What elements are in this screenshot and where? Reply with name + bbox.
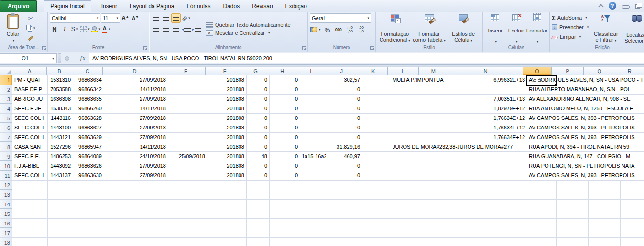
cell-C5[interactable]: 96863628	[73, 114, 103, 123]
cell-G3[interactable]: 0	[247, 95, 269, 104]
bold-button[interactable]: N	[50, 24, 59, 34]
row-header-11[interactable]: 11	[0, 171, 12, 180]
row-header-12[interactable]: 12	[0, 181, 12, 190]
cell-styles-button[interactable]: Estilos deCélula▾	[446, 13, 480, 44]
cell-D8[interactable]: 14/11/2018	[104, 142, 167, 151]
format-cells-button[interactable]: Formatar▾	[526, 13, 547, 44]
font-name-combo[interactable]: Calibri▾	[50, 13, 100, 23]
cell-O8[interactable]: RUA APODI, N, 394 - TIROL NATAL RN 59	[527, 142, 644, 151]
column-header-H[interactable]: H	[267, 67, 298, 75]
cut-button[interactable]: ✂	[26, 13, 36, 23]
column-header-O[interactable]: O	[523, 67, 552, 75]
percent-style-button[interactable]: %	[323, 25, 332, 34]
cell-J4[interactable]: 0	[327, 104, 361, 113]
middle-align-button[interactable]	[161, 13, 171, 23]
cell-H8[interactable]: 0	[270, 142, 299, 151]
cell-O7[interactable]: AV CAMPOS SALES, N, 393 - PETROPOLIS	[527, 133, 644, 142]
tab-layout-da-pagina[interactable]: Layout da Página	[123, 1, 180, 12]
column-header-M[interactable]: M	[419, 67, 449, 75]
column-header-C[interactable]: C	[72, 67, 103, 75]
column-header-L[interactable]: L	[388, 67, 419, 75]
cell-G6[interactable]: 0	[247, 123, 269, 132]
row-header-3[interactable]: 3	[0, 95, 12, 104]
row-header-4[interactable]: 4	[0, 104, 12, 113]
column-header-R[interactable]: R	[615, 67, 644, 75]
cell-F7[interactable]: 201808	[207, 133, 246, 142]
delete-cells-button[interactable]: Excluir▾	[506, 13, 527, 44]
cell-J8[interactable]: 31.829,16	[327, 142, 361, 151]
insert-function-icon[interactable]: ƒx	[80, 55, 85, 62]
increase-decimal-button[interactable]: ←,0,00	[345, 25, 354, 34]
cell-G4[interactable]: 0	[247, 104, 269, 113]
column-header-F[interactable]: F	[206, 67, 244, 75]
font-dialog-launcher-icon[interactable]	[143, 46, 147, 50]
format-painter-button[interactable]	[26, 33, 36, 43]
cell-J6[interactable]: 0	[327, 123, 361, 132]
tab-revisao[interactable]: Revisão	[246, 1, 279, 12]
tab-pagina-inicial[interactable]: Página Inicial	[44, 0, 91, 12]
cell-A10[interactable]: F.J.A-BIBL	[13, 161, 47, 171]
row-header-10[interactable]: 10	[0, 161, 12, 171]
tab-exibicao[interactable]: Exibição	[279, 1, 313, 12]
autosum-button[interactable]: ΣAutoSoma▾	[552, 13, 589, 22]
cell-A11[interactable]: SEEC COL I	[13, 171, 47, 180]
row-header-1[interactable]: 1	[0, 75, 12, 85]
cell-B3[interactable]: 1636308	[48, 95, 72, 104]
cell-F11[interactable]: 201808	[207, 171, 246, 180]
cell-O3[interactable]: AV ALEXANDRINO ALENCAR, N, 908 - SE	[527, 95, 644, 104]
insert-cells-button[interactable]: Inserir▾	[485, 13, 506, 44]
cell-G11[interactable]: 0	[247, 171, 269, 180]
cell-H2[interactable]: 0	[270, 85, 299, 94]
cell-G1[interactable]: 0	[247, 75, 269, 85]
row-header-14[interactable]: 14	[0, 200, 12, 209]
number-format-combo[interactable]: Geral▾	[310, 13, 371, 23]
column-header-J[interactable]: J	[324, 67, 359, 75]
comma-style-button[interactable]: 000	[334, 25, 343, 34]
cell-B10[interactable]: 1443092	[48, 161, 72, 171]
cell-H9[interactable]: 0	[270, 152, 299, 161]
number-dialog-launcher-icon[interactable]	[370, 46, 374, 50]
cell-C7[interactable]: 96863629	[73, 133, 103, 142]
fill-color-button[interactable]: ▾	[91, 24, 101, 34]
cell-O4[interactable]: RUA ANTONIO MELO, N, 1250 - ESCOLA E	[527, 104, 644, 113]
cell-H1[interactable]: 0	[270, 75, 299, 85]
row-header-2[interactable]: 2	[0, 85, 12, 94]
name-box-dropdown-icon[interactable]: ▼	[50, 53, 57, 63]
cell-F9[interactable]: 201808	[207, 152, 246, 161]
underline-button[interactable]: S▾	[70, 24, 79, 34]
cell-F6[interactable]: 201808	[207, 123, 246, 132]
cell-G7[interactable]: 0	[247, 133, 269, 142]
bottom-align-button[interactable]	[171, 13, 181, 23]
column-header-P[interactable]: P	[552, 67, 584, 75]
cell-N4[interactable]: 1,82979E+12	[452, 104, 526, 113]
formula-input[interactable]: AV RODRIGUES ALVES, N, SN - USA POCO - T…	[89, 53, 644, 63]
row-header-5[interactable]: 5	[0, 114, 12, 123]
cell-H5[interactable]: 0	[270, 114, 299, 123]
cell-F1[interactable]: 201808	[207, 75, 246, 85]
select-all-corner[interactable]	[0, 67, 12, 75]
cell-C2[interactable]: 96866342	[73, 85, 103, 94]
cell-C9[interactable]: 96864089	[73, 152, 103, 161]
cell-C6[interactable]: 96863627	[73, 123, 103, 132]
cell-N1[interactable]: 6,99632E+13	[452, 75, 526, 85]
cell-C11[interactable]: 96863630	[73, 171, 103, 180]
cell-N7[interactable]: 1,76634E+12	[452, 133, 526, 142]
column-header-D[interactable]: D	[103, 67, 166, 75]
borders-button[interactable]: ▾	[80, 24, 90, 34]
cell-D2[interactable]: 14/11/2018	[104, 85, 167, 94]
cell-O9[interactable]: RUA GUANABARA, N, 147 - COLEGIO - M	[527, 152, 644, 161]
cell-D11[interactable]: 27/09/2018	[104, 171, 167, 180]
cell-B9[interactable]: 1486253	[48, 152, 72, 161]
align-center-button[interactable]	[161, 24, 171, 34]
cell-B1[interactable]: 1531310	[48, 75, 72, 85]
restore-window-icon[interactable]	[635, 4, 640, 9]
orientation-button[interactable]: ab▾	[181, 13, 191, 23]
column-header-K[interactable]: K	[359, 67, 388, 75]
wrap-text-button[interactable]: Quebrar Texto Automaticamente	[206, 22, 291, 28]
find-select-button[interactable]: LocalizarSelecionar	[621, 13, 644, 44]
cell-N5[interactable]: 1,76634E+12	[452, 114, 526, 123]
cell-D3[interactable]: 27/09/2018	[104, 95, 167, 104]
increase-font-size-button[interactable]: A▲	[120, 13, 130, 23]
top-align-button[interactable]	[151, 13, 161, 23]
decrease-decimal-button[interactable]: ,00→,0	[356, 25, 365, 34]
